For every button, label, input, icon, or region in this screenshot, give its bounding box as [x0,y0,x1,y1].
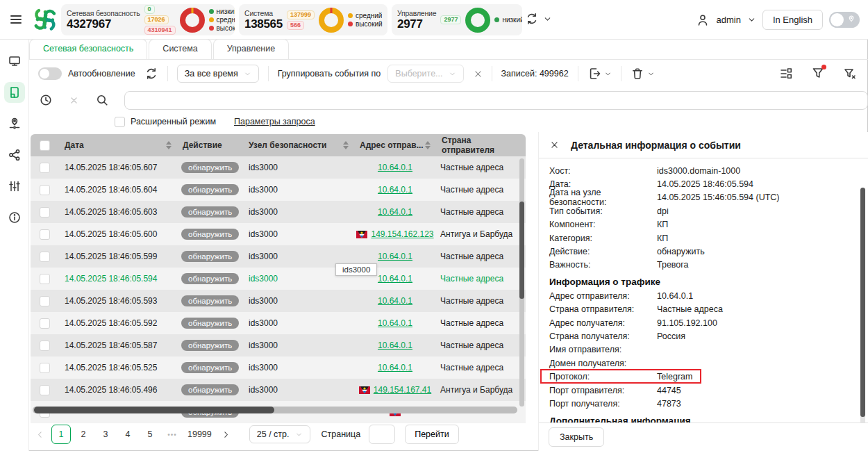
page-item[interactable]: 1 [51,425,71,444]
row-checkbox[interactable] [40,163,50,173]
sort-icon[interactable] [166,141,172,149]
table-row[interactable]: 14.05.2025 18:46:05.587обнаружитьids3000… [31,334,526,356]
address-link[interactable]: 10.64.0.1 [378,252,412,261]
row-checkbox[interactable] [40,252,50,262]
global-refresh-icon[interactable] [525,12,539,26]
sidebar-item-dashboard[interactable] [4,51,25,72]
address-link[interactable]: 10.64.0.1 [378,274,412,284]
go-to-page-button[interactable]: Перейти [405,425,459,444]
table-row[interactable]: 14.05.2025 18:46:05.607обнаружитьids3000… [31,156,526,179]
tab-0[interactable]: Сетевая безопасность [29,39,147,59]
address-link[interactable]: 10.64.0.1 [378,185,412,195]
clear-filter-icon[interactable] [843,67,857,81]
address-link[interactable]: 149.154.162.123 [371,229,433,239]
tab-1[interactable]: Система [149,39,211,59]
table-row[interactable]: 14.05.2025 18:46:05.592обнаружитьids3000… [31,312,526,334]
close-button[interactable]: Закрыть [549,427,604,447]
table-row[interactable]: 14.05.2025 18:46:05.496обнаружитьids3000… [31,379,526,401]
row-checkbox[interactable] [40,229,50,240]
query-params-link[interactable]: Параметры запроса [234,117,315,126]
tab-2[interactable]: Управление [213,39,290,59]
row-checkbox[interactable] [40,185,50,195]
delete-button[interactable] [631,67,655,81]
column-header-2[interactable]: Узел безопасности [243,134,354,156]
sort-icon[interactable] [425,141,431,149]
row-checkbox[interactable] [40,207,50,218]
group-by-select[interactable]: Выберите... [387,65,463,83]
table-row[interactable]: 14.05.2025 18:46:05.600обнаружитьids3000… [31,223,526,245]
clear-search-icon[interactable] [69,96,78,105]
search-options-row: Расширенный режим Параметры запроса [29,113,868,130]
search-history-icon[interactable] [39,93,53,107]
row-checkbox[interactable] [40,385,50,395]
chevron-down-icon[interactable] [747,15,756,24]
page-item[interactable]: 5 [140,425,160,444]
prev-page-button[interactable] [31,425,49,444]
column-header-4[interactable]: Страна отправителя [436,134,526,156]
table-vertical-scrollbar[interactable] [519,158,524,407]
address-link[interactable]: 10.64.0.1 [378,296,412,306]
row-checkbox[interactable] [40,341,50,351]
page-item[interactable]: 2 [74,425,93,444]
scrollbar-thumb[interactable] [860,188,865,417]
table-row[interactable]: 14.05.2025 18:46:05.525обнаружитьids3000… [31,356,526,379]
page-item[interactable]: 4 [118,425,137,444]
page-size-select[interactable]: 25 / стр. [249,425,310,443]
column-header-0[interactable]: Дата [59,134,177,156]
scrollbar-thumb[interactable] [519,202,524,299]
table-horizontal-scrollbar[interactable] [33,407,517,413]
page-item[interactable]: 3 [96,425,115,444]
search-icon[interactable] [95,93,109,107]
advanced-mode-checkbox[interactable] [115,117,125,127]
node-cell: ids3000 [243,312,354,334]
row-checkbox[interactable] [40,274,50,284]
export-button[interactable] [587,67,612,81]
row-checkbox[interactable] [40,318,50,329]
language-switch-button[interactable]: In English [762,10,823,30]
page-dots[interactable]: ••• [162,425,182,444]
sidebar-item-info[interactable] [4,207,25,228]
address-link[interactable]: 10.64.0.1 [378,363,412,372]
column-header-3[interactable]: Адрес отправ... [354,134,436,156]
scrollbar-thumb[interactable] [34,407,274,413]
select-all-checkbox[interactable] [40,140,50,151]
next-page-button[interactable] [217,425,235,444]
table-row[interactable]: 14.05.2025 18:46:05.604обнаружитьids3000… [31,179,526,201]
table-row[interactable]: 14.05.2025 18:46:05.599обнаружитьids3000… [31,245,526,268]
row-checkbox[interactable] [40,363,50,373]
table-row[interactable]: 14.05.2025 18:46:05.594обнаружитьids3000… [31,268,526,290]
search-input[interactable] [124,91,868,110]
sort-icon[interactable] [343,141,349,149]
clear-group-icon[interactable] [474,69,483,79]
sidebar-item-geo[interactable] [4,113,25,134]
panel-vertical-scrollbar[interactable] [860,188,865,423]
chevron-down-icon[interactable] [543,15,552,24]
address-link[interactable]: 149.154.167.41 [374,385,431,395]
address-link[interactable]: 10.64.0.1 [378,341,412,350]
sidebar-item-events-journal[interactable] [4,82,25,103]
row-checkbox[interactable] [40,296,50,306]
table-row[interactable]: 14.05.2025 18:46:05.603обнаружитьids3000… [31,201,526,223]
address-link[interactable]: 10.64.0.1 [378,318,412,328]
geo-toggle[interactable] [829,12,860,28]
sidebar-item-network[interactable] [4,145,25,165]
address-link[interactable]: 10.64.0.1 [378,163,412,172]
close-panel-icon[interactable] [550,140,559,149]
table-row[interactable]: 14.05.2025 18:46:05.593обнаружитьids3000… [31,290,526,312]
filter-button[interactable] [811,66,825,82]
user-icon[interactable] [696,13,710,27]
page-item[interactable]: 19999 [185,425,215,444]
time-filter-select[interactable]: За все время [177,65,259,83]
column-label: Дата [65,140,84,150]
chevron-left-icon [35,430,44,439]
page-number-input[interactable] [369,425,395,444]
autorefresh-toggle[interactable] [38,67,62,80]
address-link[interactable]: 10.64.0.1 [378,207,412,217]
column-header-1[interactable]: Действие [177,134,243,156]
user-menu[interactable]: admin [716,15,740,25]
menu-hamburger-icon[interactable] [9,13,23,26]
details-field: Важность:Тревога [539,259,868,272]
column-settings-icon[interactable] [779,67,793,81]
sidebar-item-settings[interactable] [4,176,25,197]
refresh-events-icon[interactable] [144,67,158,81]
